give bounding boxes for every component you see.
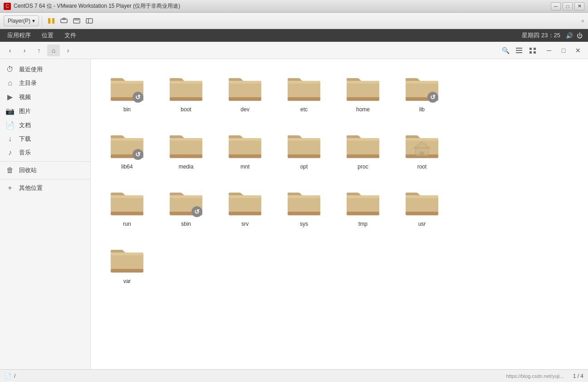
- folder-icon-bin: ↺: [109, 72, 145, 104]
- file-label-run: run: [123, 221, 131, 227]
- vmware-titlebar: C CentOS 7 64 位 - VMware Workstation 15 …: [0, 0, 588, 13]
- file-label-home: home: [356, 106, 370, 113]
- sidebar-label-music: 音乐: [19, 149, 31, 157]
- svg-rect-33: [406, 81, 438, 84]
- toolbar-btn-4[interactable]: [83, 15, 96, 27]
- nav-back-button[interactable]: ‹: [4, 45, 16, 56]
- file-label-boot: boot: [181, 106, 191, 113]
- sidebar-item-downloads[interactable]: ↓ 下载: [0, 132, 90, 146]
- svg-rect-8: [516, 48, 522, 49]
- file-label-var: var: [123, 278, 131, 284]
- file-item-proc[interactable]: proc: [336, 125, 390, 174]
- nav-up-button[interactable]: ↑: [33, 45, 45, 56]
- close-button[interactable]: ✕: [574, 2, 584, 10]
- folder-svg-root: [404, 129, 440, 161]
- svg-rect-61: [111, 195, 143, 198]
- menu-applications[interactable]: 应用程序: [5, 30, 33, 40]
- folder-icon-tmp: [345, 186, 381, 218]
- sidebar-item-video[interactable]: ▶ 视频: [0, 90, 90, 104]
- svg-rect-44: [170, 154, 202, 158]
- file-label-lib: lib: [419, 106, 425, 113]
- file-item-lib64[interactable]: ↺lib64: [100, 125, 154, 174]
- svg-rect-78: [406, 195, 438, 198]
- file-item-home[interactable]: home: [336, 68, 390, 116]
- file-label-proc: proc: [358, 164, 368, 170]
- pause-button[interactable]: [45, 15, 58, 27]
- menu-location[interactable]: 位置: [40, 30, 55, 40]
- sidebar-item-recent[interactable]: ⏱ 最近使用: [0, 63, 90, 76]
- menu-file[interactable]: 文件: [63, 30, 78, 40]
- file-item-dev[interactable]: dev: [218, 68, 272, 116]
- folder-icon-var: [109, 243, 145, 275]
- file-item-var[interactable]: var: [100, 240, 154, 288]
- toolbar-btn-3[interactable]: [70, 15, 83, 27]
- minimize-fm-button[interactable]: ─: [543, 45, 555, 56]
- nav-home-button[interactable]: ⌂: [47, 45, 60, 56]
- folder-icon-dev: [227, 72, 263, 104]
- player-menu[interactable]: Player(P) ▾: [4, 15, 39, 26]
- file-item-opt[interactable]: opt: [277, 125, 331, 174]
- statusbar-page: 1 / 4: [573, 373, 583, 379]
- svg-rect-31: [347, 97, 379, 101]
- window-controls: ─ □ ✕: [551, 2, 584, 10]
- system-clock: 星期四 23：25: [522, 31, 560, 40]
- sidebar-item-pictures[interactable]: 📷 图片: [0, 104, 90, 118]
- file-item-tmp[interactable]: tmp: [336, 183, 390, 231]
- sidebar-label-documents: 文档: [19, 121, 31, 129]
- maximize-button[interactable]: □: [563, 2, 573, 10]
- file-item-etc[interactable]: etc: [277, 68, 331, 116]
- power-icon[interactable]: ⏻: [577, 32, 583, 39]
- grid-view-button[interactable]: [526, 45, 539, 56]
- nav-forward-button[interactable]: ›: [18, 45, 31, 56]
- folder-svg-bin: ↺: [109, 72, 145, 104]
- file-label-opt: opt: [300, 164, 308, 170]
- sidebar-item-trash[interactable]: 🗑 回收站: [0, 164, 90, 177]
- trash-icon: 🗑: [5, 166, 15, 174]
- minimize-button[interactable]: ─: [551, 2, 561, 10]
- folder-icon-media: [168, 129, 204, 161]
- file-item-mnt[interactable]: mnt: [218, 125, 272, 174]
- volume-icon[interactable]: 🔊: [566, 32, 573, 39]
- svg-rect-11: [529, 48, 532, 50]
- file-item-sbin[interactable]: ↺sbin: [159, 183, 213, 231]
- file-label-lib64: lib64: [121, 164, 132, 170]
- sidebar-item-home[interactable]: ⌂ 主目录: [0, 76, 90, 90]
- file-label-srv: srv: [241, 221, 249, 227]
- svg-rect-6: [86, 19, 93, 23]
- home-icon: ⌂: [5, 79, 15, 87]
- folder-icon-root: [404, 129, 440, 161]
- sidebar-label-trash: 回收站: [19, 166, 37, 174]
- file-item-usr[interactable]: usr: [395, 183, 449, 231]
- file-item-srv[interactable]: srv: [218, 183, 272, 231]
- close-fm-button[interactable]: ✕: [572, 45, 584, 56]
- svg-rect-24: [229, 81, 261, 84]
- svg-rect-59: [420, 152, 424, 156]
- file-item-boot[interactable]: boot: [159, 68, 213, 116]
- file-item-root[interactable]: root: [395, 125, 449, 174]
- music-icon: ♪: [5, 149, 15, 157]
- collapse-button[interactable]: «: [581, 18, 584, 24]
- folder-svg-home: [345, 72, 381, 104]
- pictures-icon: 📷: [5, 107, 15, 115]
- sidebar-item-other[interactable]: + 其他位置: [0, 181, 90, 195]
- file-item-run[interactable]: run: [100, 183, 154, 231]
- sidebar-item-music[interactable]: ♪ 音乐: [0, 146, 90, 159]
- documents-icon: 📄: [5, 121, 15, 129]
- nav-next-button[interactable]: ›: [62, 45, 74, 56]
- list-view-button[interactable]: [513, 45, 525, 56]
- file-label-usr: usr: [418, 221, 426, 227]
- svg-text:↺: ↺: [430, 94, 436, 101]
- file-item-lib[interactable]: ↺lib: [395, 68, 449, 116]
- search-button[interactable]: 🔍: [499, 45, 512, 56]
- video-icon: ▶: [5, 93, 15, 101]
- folder-svg-dev: [227, 72, 263, 104]
- folder-icon-etc: [286, 72, 322, 104]
- sidebar-item-documents[interactable]: 📄 文档: [0, 118, 90, 132]
- svg-rect-73: [288, 212, 320, 215]
- maximize-fm-button[interactable]: □: [557, 45, 570, 56]
- file-item-sys[interactable]: sys: [277, 183, 331, 231]
- file-item-media[interactable]: media: [159, 125, 213, 174]
- file-item-bin[interactable]: ↺bin: [100, 68, 154, 116]
- toolbar-btn-2[interactable]: [58, 15, 70, 27]
- vmware-toolbar: Player(P) ▾ «: [0, 13, 588, 29]
